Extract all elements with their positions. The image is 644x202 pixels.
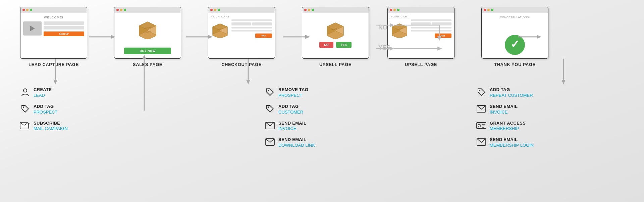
sales-page-unit: FRAGILE FRAGILE BUY NOW SALES PAGE — [114, 7, 181, 67]
video-placeholder — [23, 21, 42, 36]
action-add-tag-prospect: ADD TAG PROSPECT — [20, 104, 114, 115]
tag-icon-2 — [265, 87, 275, 97]
action-value-prospect-1: PROSPECT — [34, 110, 58, 115]
product-box-image: FRAGILE FRAGILE — [136, 16, 159, 39]
action-title-sendemail-2: SEND EMAIL — [278, 137, 315, 143]
field-line-1 — [44, 21, 84, 25]
action-text-add-tag-customer: ADD TAG CUSTOMER — [278, 104, 303, 115]
action-text-send-email-memberlogin: SEND EMAIL MEMBERSHIP LOGIN — [490, 137, 534, 148]
action-title-sendemail-4: SEND EMAIL — [490, 137, 534, 143]
checkout-box-2: FRAGILE — [390, 19, 409, 38]
action-title-addtag-2: ADD TAG — [278, 104, 303, 110]
action-send-email-invoice-1: SEND EMAIL INVOICE — [265, 121, 359, 132]
checkout1-page-unit: YOUR CART FRAGILE — [208, 7, 275, 67]
tag-icon-4 — [476, 87, 486, 97]
actions-column-2: REMOVE TAG PROSPECT ADD TAG CUSTOMER — [265, 87, 359, 148]
action-title-grantaccess: GRANT ACCESS — [490, 121, 526, 126]
lead-capture-page-unit: WELCOME! SIGN UP LEAD CAPTURE PAGE — [20, 7, 87, 67]
action-value-customer: CUSTOMER — [278, 110, 303, 115]
email-icon-2 — [265, 137, 275, 147]
upsell-page-unit: FRAGILE NO YES UPSELL PAGE — [302, 7, 369, 67]
svg-point-53 — [268, 107, 269, 108]
thankyou-label: THANK YOU PAGE — [494, 62, 536, 67]
actions-column-3: ADD TAG REPEAT CUSTOMER SEND EMAIL INVOI… — [476, 87, 570, 148]
tag-icon-3 — [265, 104, 275, 114]
person-icon — [20, 87, 30, 97]
thankyou-page-unit: CONGRATULATIONS! ✓ THANK YOU PAGE — [481, 7, 548, 67]
svg-point-52 — [268, 90, 269, 91]
dot-green — [124, 9, 126, 11]
upsell-label: UPSELL PAGE — [319, 62, 352, 67]
sales-label: SALES PAGE — [133, 62, 162, 67]
checkout2-label: UPSELL PAGE — [405, 62, 437, 67]
congrats-text: CONGRATULATIONS! — [500, 16, 530, 19]
action-create-lead: CREATE LEAD — [20, 87, 114, 98]
checkmark-icon: ✓ — [511, 39, 520, 50]
checkout2-mockup: YOUR CART FRAGILE — [387, 7, 454, 59]
action-title-subscribe: SUBSCRIBE — [34, 121, 68, 126]
yes-button[interactable]: YES — [336, 42, 352, 48]
check-circle: ✓ — [505, 35, 525, 55]
field-line-2 — [44, 26, 84, 29]
signup-button[interactable]: SIGN UP — [44, 31, 84, 36]
checkout1-mockup: YOUR CART FRAGILE — [208, 7, 275, 59]
dot-red — [22, 9, 25, 11]
dot-yellow — [120, 9, 122, 11]
dot-red — [116, 9, 119, 11]
buy-now-button[interactable]: BUY NOW — [124, 48, 171, 54]
svg-marker-20 — [53, 80, 57, 84]
action-text-add-tag-prospect-1: ADD TAG PROSPECT — [34, 104, 58, 115]
action-title-create: CREATE — [34, 87, 52, 93]
action-text-create-lead: CREATE LEAD — [34, 87, 52, 98]
upsell-mockup: FRAGILE NO YES — [302, 7, 369, 59]
action-value-repeatcustomer: REPEAT CUSTOMER — [490, 93, 533, 98]
action-add-tag-customer: ADD TAG CUSTOMER — [265, 104, 359, 115]
lead-capture-label: LEAD CAPTURE PAGE — [29, 62, 79, 67]
no-button[interactable]: NO — [319, 42, 333, 48]
id-card-icon — [476, 121, 486, 131]
play-icon — [30, 26, 35, 31]
action-send-email-download: SEND EMAIL DOWNLOAD LINK — [265, 137, 359, 148]
pay-button-2[interactable]: PAY — [435, 33, 451, 38]
action-title-addtag-1: ADD TAG — [34, 104, 58, 110]
upsell-box-image: FRAGILE — [325, 17, 346, 39]
lead-capture-mockup: WELCOME! SIGN UP — [20, 7, 87, 59]
svg-point-56 — [479, 90, 480, 91]
svg-marker-24 — [246, 80, 250, 84]
action-title-sendemail-1: SEND EMAIL — [278, 121, 306, 126]
cart-label-1: YOUR CART — [211, 15, 230, 18]
action-text-subscribe: SUBSCRIBE MAIL CAMPAIGN — [34, 121, 68, 132]
action-text-send-email-download: SEND EMAIL DOWNLOAD LINK — [278, 137, 315, 148]
svg-point-48 — [23, 89, 27, 92]
action-title-addtag-3: ADD TAG — [490, 87, 533, 93]
action-title-removetag: REMOVE TAG — [278, 87, 308, 93]
action-text-grant-access: GRANT ACCESS MEMBERSHIP — [490, 121, 526, 132]
checkout2-page-unit: YOUR CART FRAGILE — [387, 7, 454, 67]
action-add-tag-repeat: ADD TAG REPEAT CUSTOMER — [476, 87, 570, 98]
action-send-email-memberlogin: SEND EMAIL MEMBERSHIP LOGIN — [476, 137, 570, 148]
action-title-sendemail-3: SEND EMAIL — [490, 104, 518, 110]
email-icon-4 — [476, 137, 486, 147]
tag-icon-1 — [20, 104, 30, 114]
sales-mockup: FRAGILE FRAGILE BUY NOW — [114, 7, 181, 59]
action-value-prospect-2: PROSPECT — [278, 93, 308, 98]
action-value-memberlogin: MEMBERSHIP LOGIN — [490, 143, 534, 148]
action-send-email-invoice-2: SEND EMAIL INVOICE — [476, 104, 570, 115]
email-icon-3 — [476, 104, 486, 114]
action-value-lead: LEAD — [34, 93, 52, 98]
dot-yellow — [26, 9, 29, 11]
svg-point-49 — [23, 107, 24, 108]
action-value-mailcampaign: MAIL CAMPAIGN — [34, 126, 68, 132]
action-text-remove-tag: REMOVE TAG PROSPECT — [278, 87, 308, 98]
checkout1-label: CHECKOUT PAGE — [221, 62, 262, 67]
action-text-send-email-invoice-2: SEND EMAIL INVOICE — [490, 104, 518, 115]
action-text-add-tag-repeat: ADD TAG REPEAT CUSTOMER — [490, 87, 533, 98]
email-icon-1 — [265, 121, 275, 131]
welcome-text: WELCOME! — [44, 16, 63, 19]
action-value-invoice-2: INVOICE — [490, 110, 518, 115]
pay-button-1[interactable]: PAY — [255, 33, 272, 38]
action-remove-tag-prospect: REMOVE TAG PROSPECT — [265, 87, 359, 98]
mail-stack-icon — [20, 121, 30, 131]
action-value-downloadlink: DOWNLOAD LINK — [278, 143, 315, 148]
checkout-box-1: FRAGILE — [211, 19, 229, 38]
